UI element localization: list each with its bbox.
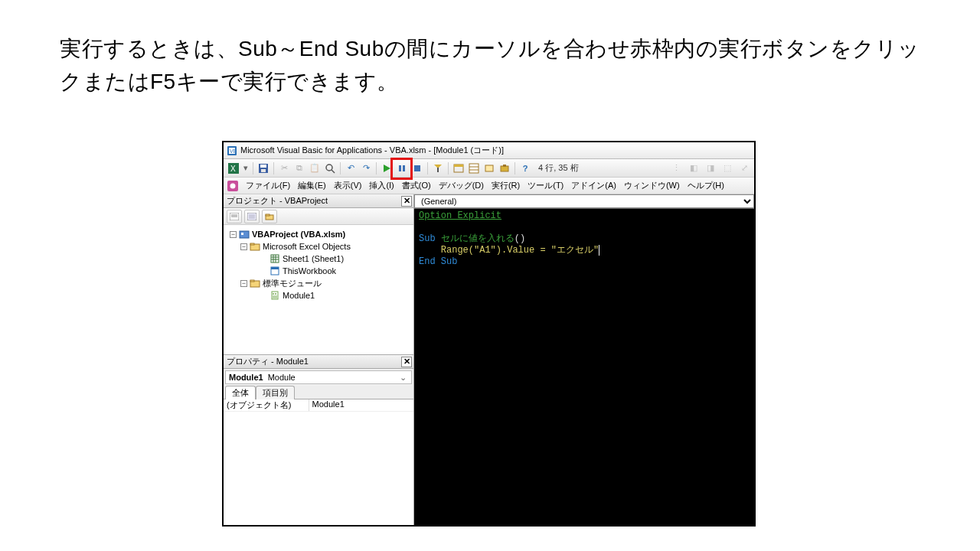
menu-window[interactable]: ウィンドウ(W) [620, 178, 684, 193]
svg-rect-12 [403, 165, 405, 171]
view-object-icon[interactable] [244, 210, 260, 223]
excel-icon[interactable]: X [227, 161, 240, 175]
help-icon[interactable]: ? [518, 161, 532, 175]
tab-alphabetic[interactable]: 全体 [225, 386, 256, 399]
menu-file[interactable]: ファイル(F) [242, 178, 294, 193]
project-tree[interactable]: − VBAProject (VBA.xlsm) − Microsoft Exce… [224, 225, 413, 355]
svg-rect-34 [241, 233, 243, 235]
menu-logo-icon [227, 180, 239, 192]
cut-icon[interactable]: ✂ [277, 161, 291, 175]
tree-root[interactable]: − VBAProject (VBA.xlsm) [225, 228, 412, 240]
window-title: Microsoft Visual Basic for Applications … [240, 145, 504, 156]
svg-point-8 [326, 165, 332, 171]
redo-icon[interactable]: ↷ [359, 161, 373, 175]
svg-rect-11 [399, 165, 401, 171]
svg-rect-22 [501, 166, 508, 171]
tab-categorized[interactable]: 項目別 [256, 386, 295, 399]
properties-pane: プロパティ - Module1 ✕ Module1 Module ⌄ 全体 項目… [224, 355, 413, 525]
svg-rect-30 [249, 214, 255, 219]
save-icon[interactable] [256, 161, 270, 175]
code-window: (General) Option Explicit Sub セルに値を入れる()… [414, 194, 754, 525]
property-tabs: 全体 項目別 [224, 386, 413, 399]
svg-rect-18 [469, 164, 479, 173]
property-key: (オブジェクト名) [224, 399, 309, 411]
cursor-position: 4 行, 35 桁 [538, 162, 579, 174]
property-value[interactable]: Module1 [309, 399, 413, 411]
svg-rect-32 [266, 214, 270, 216]
svg-text:X: X [230, 165, 236, 173]
svg-rect-13 [414, 165, 420, 171]
find-icon[interactable] [323, 161, 337, 175]
toggle-folders-icon[interactable] [262, 210, 277, 223]
dropdown-icon[interactable]: ⌄ [397, 373, 408, 383]
close-icon[interactable]: ✕ [401, 357, 412, 367]
svg-rect-21 [485, 165, 493, 171]
code-editor[interactable]: Option Explicit Sub セルに値を入れる() Range("A1… [414, 208, 754, 525]
tree-module1[interactable]: Module1 [225, 289, 412, 302]
view-code-icon[interactable] [227, 210, 242, 223]
properties-icon[interactable] [467, 161, 481, 175]
collapse-icon[interactable]: − [240, 243, 247, 250]
folder-icon [250, 279, 260, 288]
tree-excel-objects[interactable]: − Microsoft Excel Objects [225, 240, 412, 253]
menu-addins[interactable]: アドイン(A) [567, 178, 620, 193]
folder-icon [250, 242, 260, 251]
menu-insert[interactable]: 挿入(I) [365, 178, 397, 193]
dim2-icon: ◨ [704, 161, 717, 175]
menu-help[interactable]: ヘルプ(H) [684, 178, 728, 193]
property-grid[interactable]: (オブジェクト名) Module1 [224, 399, 413, 525]
tree-sheet1[interactable]: Sheet1 (Sheet1) [225, 253, 412, 265]
dim4-icon: ⤢ [737, 161, 751, 175]
toolbox-icon[interactable] [498, 161, 511, 175]
dropdown-icon[interactable]: ▾ [242, 161, 250, 175]
menu-edit[interactable]: 編集(E) [294, 178, 330, 193]
svg-point-47 [273, 293, 274, 295]
object-browser-icon[interactable] [482, 161, 496, 175]
design-mode-icon[interactable] [431, 161, 445, 175]
reset-button[interactable] [410, 161, 424, 175]
menu-bar: ファイル(F) 編集(E) 表示(V) 挿入(I) 書式(O) デバッグ(D) … [224, 178, 754, 194]
project-icon [239, 230, 250, 239]
svg-rect-7 [261, 169, 266, 172]
workbook-icon [270, 266, 280, 276]
left-panels: プロジェクト - VBAProject ✕ − VBAProject (VBA.… [224, 194, 414, 525]
break-button[interactable] [395, 161, 409, 175]
close-icon[interactable]: ✕ [401, 196, 412, 207]
copy-icon[interactable]: ⧉ [292, 161, 306, 175]
tree-thisworkbook[interactable]: ThisWorkbook [225, 265, 412, 277]
title-bar: VB Microsoft Visual Basic for Applicatio… [224, 142, 754, 159]
property-object-selector[interactable]: Module1 Module ⌄ [225, 370, 412, 384]
svg-line-9 [332, 170, 335, 173]
svg-rect-43 [271, 267, 279, 269]
collapse-icon[interactable]: − [230, 231, 237, 238]
undo-icon[interactable]: ↶ [344, 161, 358, 175]
svg-text:VB: VB [230, 148, 237, 154]
toolbar-grip-icon: ⋮ [672, 163, 681, 173]
svg-rect-6 [260, 165, 266, 168]
svg-rect-15 [437, 168, 439, 172]
standard-toolbar: X ▾ ✂ ⧉ 📋 ↶ ↷ ? 4 行, 35 桁 ⋮ ◧ ◨ ⬚ [224, 159, 754, 178]
svg-marker-10 [384, 165, 390, 172]
dim1-icon: ◧ [687, 161, 701, 175]
run-button[interactable] [380, 161, 394, 175]
module-icon [270, 291, 280, 300]
menu-run[interactable]: 実行(R) [488, 178, 524, 193]
svg-rect-17 [454, 165, 463, 167]
project-toolbar [224, 208, 413, 225]
menu-tools[interactable]: ツール(T) [524, 178, 567, 193]
svg-rect-36 [250, 243, 254, 245]
svg-point-48 [275, 293, 276, 295]
object-combo[interactable]: (General) [414, 194, 754, 208]
app-icon: VB [227, 145, 237, 156]
menu-debug[interactable]: デバッグ(D) [435, 178, 488, 193]
property-row[interactable]: (オブジェクト名) Module1 [224, 399, 413, 412]
collapse-icon[interactable]: − [240, 280, 247, 287]
properties-pane-title: プロパティ - Module1 ✕ [224, 355, 413, 369]
project-explorer-icon[interactable] [452, 161, 466, 175]
svg-rect-33 [240, 231, 249, 238]
menu-format[interactable]: 書式(O) [398, 178, 435, 193]
menu-view[interactable]: 表示(V) [330, 178, 366, 193]
tree-std-modules[interactable]: − 標準モジュール [225, 277, 412, 289]
paste-icon[interactable]: 📋 [308, 161, 322, 175]
dim3-icon: ⬚ [720, 161, 734, 175]
